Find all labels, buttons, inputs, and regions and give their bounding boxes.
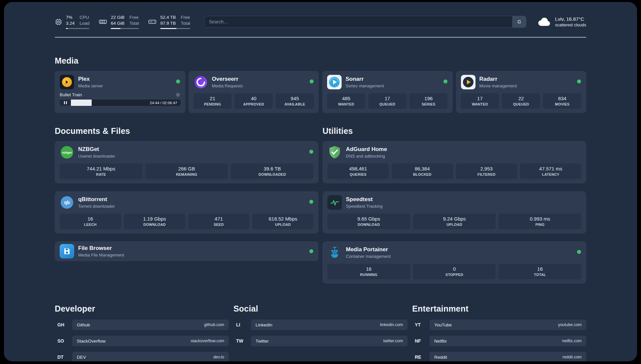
adguard-stats: 498,461 QUERIES 86,384 BLOCKED 2,953 FIL… [327, 164, 581, 179]
ram-icon [99, 17, 107, 26]
adguard-icon [327, 145, 342, 160]
bookmark-link-twitter[interactable]: Twitter twitter.com [251, 336, 408, 346]
playback-progress-bar[interactable]: 24:44 / 02:06:47 [71, 100, 180, 106]
cpu-icon [55, 18, 62, 26]
cpu-usage-value: 7% [66, 15, 75, 20]
bookmark-link-youtube[interactable]: YouTube youtube.com [430, 319, 586, 330]
sonarr-card[interactable]: Sonarr Series management 485 WANTED 17 Q… [322, 71, 453, 113]
disk-readout: 52.4 TB 97.9 TB Free Total [160, 15, 190, 29]
stat-label: MOVIES [544, 102, 580, 106]
bookmark-name: YouTube [434, 322, 452, 327]
stat-movies: 834 MOVIES [543, 93, 581, 109]
portainer-header: Media Portainer Container management [327, 245, 581, 260]
portainer-stats: 16 RUNNING 0 STOPPED 16 TOTAL [327, 264, 581, 279]
stat-value: 16 [500, 266, 580, 272]
search-engine-button[interactable]: G [512, 16, 526, 27]
stat-stopped: 0 STOPPED [413, 264, 496, 279]
stat-label: QUERIES [329, 172, 387, 176]
cpu-load-label: Load [79, 20, 89, 26]
filebrowser-card[interactable]: File Browser Media File Management [55, 241, 319, 261]
nzbget-card[interactable]: nzbget NZBGet Usenet downloader 744. [55, 141, 319, 183]
section-title-utilities: Utilities [322, 126, 586, 136]
bookmark-row: SO StackOverflow stackoverflow.com [55, 336, 229, 346]
bookmark-link-netflix[interactable]: Netflix netflix.com [430, 336, 586, 346]
bookmark-row: DT DEV dev.to [55, 352, 229, 361]
stat-running: 16 RUNNING [327, 264, 410, 279]
plex-icon [60, 75, 74, 89]
plex-header: Plex Media server [60, 75, 180, 89]
stat-label: LATENCY [521, 172, 580, 176]
ram-readout: 22 GiB 64 GiB Free Total [111, 15, 139, 29]
bookmark-link-stackoverflow[interactable]: StackOverflow stackoverflow.com [72, 336, 229, 346]
app-subtitle: Series management [346, 83, 384, 88]
radarr-icon [461, 75, 475, 89]
disk-widget: 52.4 TB 97.9 TB Free Total [148, 15, 190, 29]
stat-queries: 498,461 QUERIES [327, 164, 389, 179]
bookmark-url: github.com [204, 322, 224, 327]
ram-usage-bar [111, 28, 139, 29]
bookmark-name: Twitter [256, 339, 269, 344]
ram-widget: 22 GiB 64 GiB Free Total [99, 15, 139, 29]
nzbget-stats: 744.21 Mbps RATE 266 GB REMAINING 39.6 T… [60, 164, 314, 179]
app-subtitle: Media server [78, 83, 103, 88]
dashboard-panel: 7% 3.24 CPU Load [4, 2, 637, 361]
app-subtitle: Container management [346, 254, 391, 259]
weather-widget: Lviv, 16.87°C scattered clouds [536, 16, 586, 27]
stat-seed: 471 SEED [188, 214, 250, 229]
stat-approved: 40 APPROVED [234, 93, 273, 109]
bookmark-link-linkedin[interactable]: LinkedIn linkedin.com [251, 319, 408, 330]
weather-text: Lviv, 16.87°C scattered clouds [555, 16, 586, 27]
speedtest-card[interactable]: Speedtest Speedtest Tracking 9.65 Gbps D… [322, 191, 586, 233]
stat-value: 266 GB [147, 166, 227, 171]
stat-upload: 618.52 Mbps UPLOAD [252, 214, 314, 229]
pause-button[interactable] [60, 100, 71, 106]
bookmark-link-github[interactable]: Github github.com [72, 319, 229, 330]
overseerr-icon [194, 75, 208, 89]
stat-label: BLOCKED [393, 172, 452, 176]
bookmark-row: GH Github github.com [55, 319, 229, 330]
nzbget-meta: NZBGet Usenet downloader [78, 146, 115, 159]
stat-value: 498,461 [329, 166, 387, 171]
stat-value: 86,384 [393, 166, 452, 171]
search-bar: G [204, 16, 527, 28]
cpu-usage-bar [66, 28, 89, 29]
stat-value: 9.24 Gbps [414, 216, 495, 222]
bookmark-link-reddit[interactable]: Reddit reddit.com [430, 352, 586, 361]
gear-icon[interactable] [175, 92, 180, 97]
stat-latency: 47.571 ms LATENCY [520, 164, 581, 179]
weather-location: Lviv, 16.87°C [555, 16, 586, 22]
stat-label: SERIES [411, 102, 446, 106]
search-input[interactable] [204, 16, 512, 27]
bookmark-abbr: YT [412, 322, 430, 327]
bookmark-row: YT YouTube youtube.com [412, 319, 586, 330]
speedtest-stats: 9.65 Gbps DOWNLOAD 9.24 Gbps UPLOAD 0.99… [327, 214, 581, 229]
ram-total-label: Total [130, 20, 139, 26]
stat-value: 196 [411, 96, 446, 101]
overseerr-card[interactable]: Overseerr Media Requests 21 PENDING 40 A… [189, 71, 319, 113]
stat-label: APPROVED [236, 102, 271, 106]
qbittorrent-card[interactable]: qb qBittorrent Torrent downloader 16 [55, 191, 319, 233]
portainer-card[interactable]: Media Portainer Container management 16 … [322, 241, 586, 284]
stat-filtered: 2,953 FILTERED [456, 164, 517, 179]
ram-free-label: Free [130, 15, 139, 20]
stat-wanted: 485 WANTED [327, 93, 365, 109]
adguard-card[interactable]: AdGuard Home DNS and adblocking 498,461 … [322, 141, 586, 183]
bookmark-group-developer: Developer GH Github github.com SO [55, 304, 229, 361]
bookmark-name: Reddit [434, 355, 447, 360]
stat-download: 9.65 Gbps DOWNLOAD [327, 214, 410, 229]
stat-value: 40 [236, 96, 271, 101]
ram-free-value: 22 GiB [111, 15, 124, 20]
disk-usage-bar [160, 28, 190, 29]
section-title-social: Social [233, 304, 408, 314]
plex-card[interactable]: Plex Media server Bullet Train [55, 71, 185, 113]
disk-icon [148, 17, 157, 26]
bookmark-link-dev[interactable]: DEV dev.to [72, 352, 229, 361]
header-divider [55, 37, 586, 38]
bookmark-url: linkedin.com [380, 322, 403, 327]
filebrowser-meta: File Browser Media File Management [78, 245, 124, 258]
stat-value: 17 [462, 96, 498, 101]
stat-label: DOWNLOADED [232, 172, 312, 176]
stat-label: DOWNLOAD [125, 223, 184, 227]
radarr-card[interactable]: Radarr Movie management 17 WANTED 22 QUE… [456, 71, 587, 113]
bookmark-url: dev.to [213, 355, 224, 359]
